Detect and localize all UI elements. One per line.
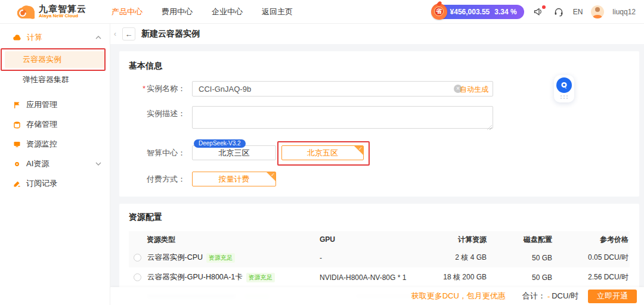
compute-cell: 2 核 4 GB <box>415 253 487 263</box>
chevron-down-icon[interactable] <box>95 162 101 166</box>
center-option-beijing-5[interactable]: 北京五区 ✓ <box>281 145 364 160</box>
chat-assistant-icon[interactable] <box>556 77 572 93</box>
col-disk: 磁盘配置 <box>487 235 552 245</box>
instance-name-input[interactable] <box>192 81 493 97</box>
cloud-logo-icon <box>17 5 35 19</box>
announcement-icon[interactable] <box>532 6 544 18</box>
col-resource-type: 资源类型 <box>134 235 175 245</box>
promo-link[interactable]: 获取更多DCU，包月更优惠 <box>411 291 506 301</box>
notification-dot <box>542 5 546 9</box>
status-badge: 资源充足 <box>246 273 275 282</box>
deepseek-badge: DeepSeek-V3.2 <box>194 139 246 148</box>
menu-back-home[interactable]: 返回主页 <box>252 0 302 24</box>
table-row-gpu-h800a[interactable]: 云容器实例-GPU-H800A-1卡 资源充足 NVIDIA-H800A-NV-… <box>129 267 630 287</box>
balance-pill[interactable]: 省 ¥456,003.55 3.34 % <box>434 5 524 19</box>
payment-method-label: 付费方式： <box>129 172 192 187</box>
page-header: ‹ ← 新建云容器实例 <box>110 24 644 44</box>
brand-subtitle: Alaya NeW Cloud <box>39 13 86 19</box>
sidebar-item-ai-resources[interactable]: AI资源 <box>0 154 110 173</box>
page-title: 新建云容器实例 <box>141 29 200 39</box>
brand-name: 九章智算云 <box>39 4 86 13</box>
resource-name: 云容器实例-CPU <box>147 253 203 263</box>
col-gpu: GPU <box>320 235 415 244</box>
table-header-row: 资源类型 GPU 计算资源 磁盘配置 参考价格 <box>129 231 630 248</box>
bottom-action-bar: 获取更多DCU，包月更优惠 合计： - DCU/时 立即开通 <box>110 287 644 305</box>
status-badge: 资源充足 <box>206 253 235 263</box>
main-content: ‹ ← 新建云容器实例 基本信息 * 实例名称： × 自动生成 实例描述： <box>110 24 644 305</box>
col-compute: 计算资源 <box>415 235 487 245</box>
sidebar-item-storage-management[interactable]: 存储管理 <box>0 115 110 134</box>
sidebar-item-cloud-container-instance[interactable]: 云容器实例 <box>5 51 105 68</box>
center-option-beijing-3[interactable]: DeepSeek-V3.2 北京三区 <box>192 145 276 160</box>
instance-desc-textarea[interactable] <box>192 106 493 129</box>
table-row-cpu[interactable]: 云容器实例-CPU 资源充足 - 2 核 4 GB 50 GB 0.05 DCU… <box>129 248 630 267</box>
compute-cell: 18 核 200 GB <box>415 272 487 282</box>
resource-name: 云容器实例-GPU-H800A-1卡 <box>147 272 243 282</box>
top-navbar: 九章智算云 Alaya NeW Cloud 产品中心 费用中心 企业中心 返回主… <box>0 0 644 24</box>
price-cell: 2.56 DCU/时 <box>552 272 630 282</box>
chevron-up-icon[interactable] <box>95 36 101 39</box>
disk-cell: 50 GB <box>487 254 552 262</box>
menu-enterprise-center[interactable]: 企业中心 <box>202 0 252 24</box>
price-cell: 0.05 DCU/时 <box>552 253 630 263</box>
username: liuqq12 <box>612 8 636 16</box>
floating-assistant-widget[interactable] <box>554 75 574 102</box>
brand-logo[interactable]: 九章智算云 Alaya NeW Cloud <box>17 4 86 19</box>
sidebar: 计算 云容器实例 弹性容器集群 应用管理 存储管理 资源监控 AI资源 <box>0 24 110 305</box>
savings-flame-icon: 省 <box>431 4 447 20</box>
radio-button[interactable] <box>134 254 141 262</box>
storage-database-icon <box>13 121 21 129</box>
app-flag-icon <box>13 101 21 109</box>
basic-info-title: 基本信息 <box>129 61 630 71</box>
check-icon: ✓ <box>271 172 275 178</box>
payment-option-pay-as-you-go[interactable]: 按量计费 ✓ <box>192 172 276 186</box>
user-avatar[interactable] <box>591 5 604 18</box>
required-mark: * <box>143 81 145 97</box>
sidebar-item-subscription-records[interactable]: 订阅记录 <box>0 174 110 193</box>
gpu-cell: - <box>320 254 415 262</box>
menu-product-center[interactable]: 产品中心 <box>102 0 152 24</box>
total-unit: DCU/时 <box>552 291 578 301</box>
sidebar-item-elastic-container-cluster[interactable]: 弹性容器集群 <box>5 71 105 88</box>
activate-now-button[interactable]: 立即开通 <box>588 290 637 303</box>
back-button[interactable]: ← <box>122 27 135 41</box>
sidebar-item-app-management[interactable]: 应用管理 <box>0 95 110 114</box>
top-right-tools: 省 ¥456,003.55 3.34 % EN liuqq12 <box>434 5 636 19</box>
radio-button[interactable] <box>134 273 141 281</box>
monitor-icon <box>13 141 21 148</box>
auto-generate-link[interactable]: 自动生成 <box>460 85 488 95</box>
balance-amount: ¥456,003.55 <box>450 8 490 16</box>
col-price: 参考价格 <box>552 235 630 245</box>
instance-name-label: * 实例名称： <box>129 81 192 97</box>
resource-config-title: 资源配置 <box>129 212 630 223</box>
instance-desc-label: 实例描述： <box>129 106 192 122</box>
menu-billing-center[interactable]: 费用中心 <box>152 0 202 24</box>
top-menu: 产品中心 费用中心 企业中心 返回主页 <box>102 0 302 24</box>
compute-cloud-icon <box>13 34 21 41</box>
sidebar-item-resource-monitor[interactable]: 资源监控 <box>0 135 110 154</box>
compute-center-label: 智算中心： <box>129 145 192 161</box>
total-value: - <box>547 292 550 301</box>
ai-chip-icon <box>13 160 21 168</box>
basic-info-card: 基本信息 * 实例名称： × 自动生成 实例描述： 智算中心： D <box>119 51 639 197</box>
balance-percent: 3.34 % <box>494 8 516 16</box>
disk-cell: 50 GB <box>487 273 552 282</box>
sidebar-collapse-icon[interactable]: ‹ <box>114 30 120 38</box>
widget-dots <box>561 95 568 99</box>
sidebar-group-label: 计算 <box>27 32 42 43</box>
language-switcher[interactable]: EN <box>573 8 583 16</box>
total-label: 合计： <box>522 291 546 301</box>
gpu-cell: NVIDIA-H800A-NV-80G * 1 <box>320 273 415 282</box>
support-headset-icon[interactable] <box>553 6 565 18</box>
subscription-pen-icon <box>13 180 21 188</box>
sidebar-group-compute[interactable]: 计算 <box>0 29 110 46</box>
check-icon: ✓ <box>358 146 363 151</box>
